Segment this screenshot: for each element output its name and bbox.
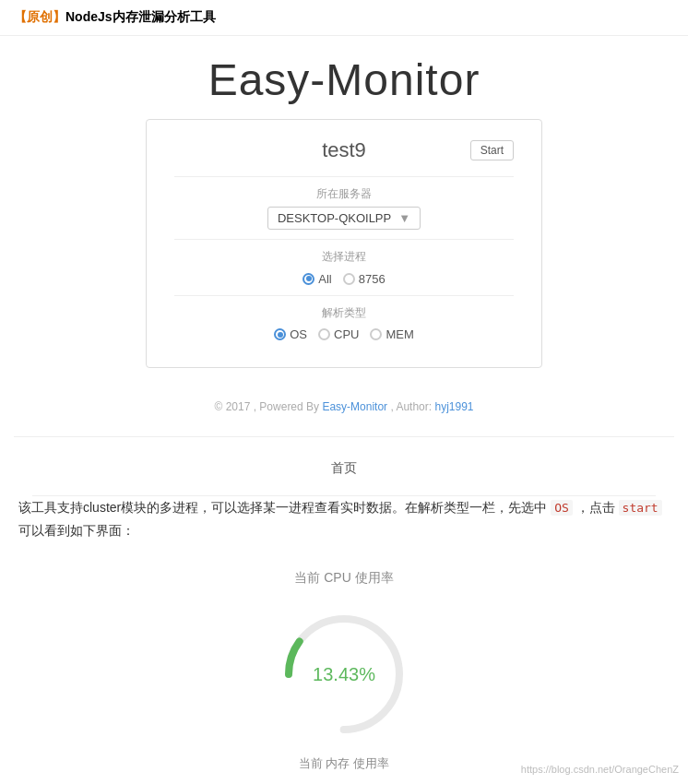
process-radio-all[interactable]: All bbox=[302, 272, 331, 286]
divider-3 bbox=[174, 295, 514, 296]
server-row: 所在服务器 DESKTOP-QKOILPP ▼ bbox=[174, 186, 514, 230]
analysis-cpu-label: CPU bbox=[334, 327, 359, 341]
analysis-label: 解析类型 bbox=[174, 305, 514, 321]
divider-1 bbox=[174, 176, 514, 177]
cpu-value: 13.43% bbox=[313, 664, 375, 685]
analysis-radio-cpu[interactable]: CPU bbox=[318, 327, 359, 341]
divider-2 bbox=[174, 239, 514, 240]
footer-text: © 2017 , Powered By Easy-Monitor , Autho… bbox=[214, 400, 473, 413]
dropdown-arrow-icon: ▼ bbox=[398, 211, 410, 225]
app-section: Easy-Monitor test9 Start 所在服务器 DESKTOP-Q… bbox=[0, 36, 688, 436]
analysis-mem-label: MEM bbox=[386, 327, 413, 341]
analysis-radio-mem[interactable]: MEM bbox=[370, 327, 413, 341]
author-link[interactable]: hyj1991 bbox=[434, 400, 473, 413]
top-title-bar: 【原创】NodeJs内存泄漏分析工具 bbox=[0, 0, 688, 36]
cpu-gauge: 13.43% bbox=[270, 600, 418, 748]
process-all-label: All bbox=[318, 272, 331, 286]
analysis-os-label: OS bbox=[290, 327, 307, 341]
cpu-chart-title: 当前 CPU 使用率 bbox=[18, 570, 670, 587]
process-8756-label: 8756 bbox=[359, 272, 386, 286]
radio-circle-cpu bbox=[318, 328, 330, 340]
server-value: DESKTOP-QKOILPP bbox=[278, 211, 391, 225]
blog-section: 首页 该工具支持cluster模块的多进程，可以选择某一进程查看实时数据。在解析… bbox=[0, 437, 688, 784]
radio-circle-mem bbox=[370, 328, 382, 340]
radio-circle-os bbox=[274, 328, 286, 340]
page-title: 【原创】NodeJs内存泄漏分析工具 bbox=[14, 9, 216, 24]
app-title: Easy-Monitor bbox=[0, 54, 688, 105]
server-label: 所在服务器 bbox=[174, 186, 514, 202]
process-radio-8756[interactable]: 8756 bbox=[343, 272, 386, 286]
page-title-text: NodeJs内存泄漏分析工具 bbox=[65, 9, 216, 24]
instance-name: test9 bbox=[322, 138, 366, 162]
blog-nav[interactable]: 首页 bbox=[18, 451, 670, 486]
blog-paragraph: 该工具支持cluster模块的多进程，可以选择某一进程查看实时数据。在解析类型一… bbox=[18, 496, 670, 542]
start-button[interactable]: Start bbox=[470, 140, 514, 160]
inline-code-start: start bbox=[619, 500, 662, 516]
process-row: 选择进程 All 8756 bbox=[174, 249, 514, 286]
next-section-label: 当前 内存 使用率 bbox=[18, 755, 670, 772]
analysis-radio-group: OS CPU MEM bbox=[274, 327, 414, 341]
monitor-card: test9 Start 所在服务器 DESKTOP-QKOILPP ▼ 选择进程… bbox=[146, 119, 542, 368]
card-header: test9 Start bbox=[174, 138, 514, 162]
analysis-radio-os[interactable]: OS bbox=[274, 327, 307, 341]
radio-circle-all bbox=[302, 273, 314, 285]
process-label: 选择进程 bbox=[174, 249, 514, 265]
inline-code-os: OS bbox=[551, 500, 573, 516]
app-footer: © 2017 , Powered By Easy-Monitor , Autho… bbox=[0, 386, 688, 427]
process-radio-group: All 8756 bbox=[302, 272, 385, 286]
footer-link[interactable]: Easy-Monitor bbox=[322, 400, 387, 413]
analysis-row: 解析类型 OS CPU MEM bbox=[174, 305, 514, 342]
gauge-section: 当前 CPU 使用率 13.43% 当前 内存 使用率 bbox=[18, 556, 670, 784]
server-select[interactable]: DESKTOP-QKOILPP ▼ bbox=[267, 207, 421, 230]
radio-circle-8756 bbox=[343, 273, 355, 285]
bracket-prefix: 【原创】 bbox=[14, 9, 65, 24]
